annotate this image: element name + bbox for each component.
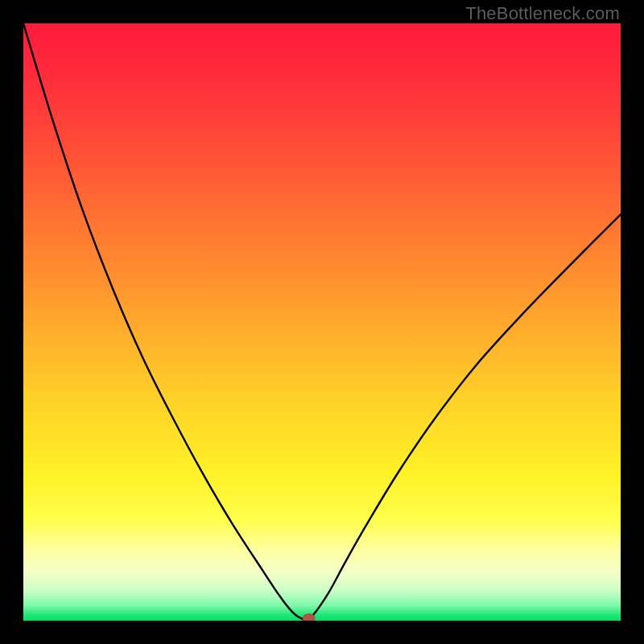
curve-layer (23, 23, 621, 621)
chart-container: TheBottleneck.com (0, 0, 644, 644)
watermark-text: TheBottleneck.com (465, 3, 620, 24)
plot-area (23, 23, 621, 621)
bottleneck-curve (23, 23, 621, 621)
